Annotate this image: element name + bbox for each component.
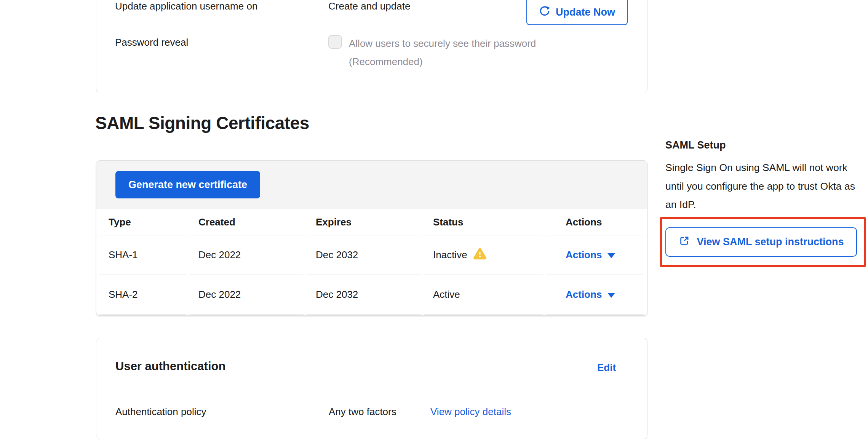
authentication-policy-label: Authentication policy <box>115 406 206 418</box>
cert-status: Inactive <box>424 235 543 275</box>
username-update-value: Create and update <box>328 0 410 12</box>
checkbox-label-line1: Allow users to securely see their passwo… <box>349 38 536 50</box>
saml-setup-description: Single Sign On using SAML will not work … <box>665 158 858 214</box>
col-header-status: Status <box>424 209 543 235</box>
certificates-card: Generate new certificate Type Created Ex… <box>96 160 647 316</box>
caret-down-icon <box>607 293 615 298</box>
cert-actions: Actions <box>546 275 644 315</box>
status-text: Inactive <box>433 249 467 261</box>
col-header-expires: Expires <box>307 209 421 235</box>
certificates-toolbar: Generate new certificate <box>96 161 647 209</box>
certificates-table: Type Created Expires Status Actions SHA-… <box>96 209 647 315</box>
page: { "colors": { "primary_blue": "#1662dd",… <box>0 0 868 441</box>
update-now-label: Update Now <box>556 6 615 18</box>
authentication-policy-value: Any two factors <box>329 406 396 418</box>
username-update-label: Update application username on <box>115 0 257 12</box>
cert-type: SHA-2 <box>99 275 186 315</box>
edit-link[interactable]: Edit <box>597 362 616 374</box>
status-text: Active <box>433 289 460 300</box>
cert-status: Active <box>424 275 543 315</box>
page-title: SAML Signing Certificates <box>95 113 309 133</box>
view-saml-setup-label: View SAML setup instructions <box>697 236 844 248</box>
cert-created: Dec 2022 <box>189 275 304 315</box>
cert-created: Dec 2022 <box>189 235 304 275</box>
table-row: SHA-1 Dec 2022 Dec 2032 Inactive <box>99 235 644 275</box>
actions-label: Actions <box>566 249 602 261</box>
actions-label: Actions <box>566 289 602 300</box>
user-authentication-heading: User authentication <box>115 360 225 373</box>
cert-type: SHA-1 <box>99 235 186 275</box>
actions-dropdown[interactable]: Actions <box>566 289 615 300</box>
user-authentication-card: User authentication Edit Authentication … <box>96 338 647 439</box>
warning-icon <box>473 248 487 263</box>
cert-actions: Actions <box>546 235 644 275</box>
view-saml-setup-button[interactable]: View SAML setup instructions <box>665 227 857 257</box>
password-reveal-checkbox[interactable] <box>328 35 342 49</box>
checkbox-label-line2: (Recommended) <box>349 56 423 68</box>
view-policy-details-link[interactable]: View policy details <box>430 406 511 418</box>
actions-dropdown[interactable]: Actions <box>566 249 615 261</box>
refresh-icon <box>539 5 550 19</box>
col-header-type: Type <box>99 209 186 235</box>
table-row: SHA-2 Dec 2022 Dec 2032 Active Actions <box>99 275 644 315</box>
external-link-icon <box>678 235 690 249</box>
password-reveal-label: Password reveal <box>115 37 188 48</box>
generate-certificate-button[interactable]: Generate new certificate <box>115 171 260 198</box>
col-header-created: Created <box>189 209 304 235</box>
caret-down-icon <box>607 253 615 258</box>
update-now-button[interactable]: Update Now <box>526 0 628 25</box>
cert-expires: Dec 2032 <box>307 275 421 315</box>
table-header-row: Type Created Expires Status Actions <box>99 209 644 235</box>
saml-setup-heading: SAML Setup <box>665 139 726 151</box>
col-header-actions: Actions <box>546 209 644 235</box>
cert-expires: Dec 2032 <box>307 235 421 275</box>
